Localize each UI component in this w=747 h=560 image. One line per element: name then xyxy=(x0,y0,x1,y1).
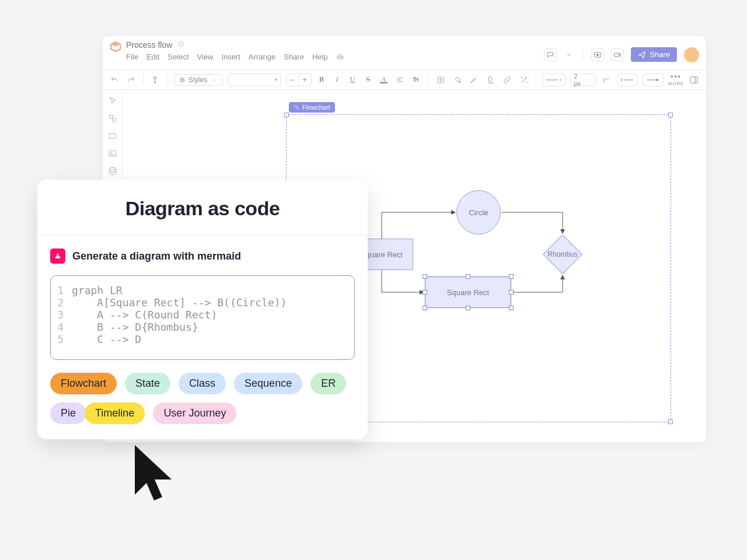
svg-marker-2 xyxy=(178,41,184,47)
link-icon[interactable] xyxy=(501,74,514,86)
document-title[interactable]: Process flow xyxy=(126,40,172,50)
search-binoculars-icon[interactable] xyxy=(336,52,344,62)
svg-point-32 xyxy=(112,118,116,122)
image-tool-icon[interactable] xyxy=(107,148,118,159)
shapes-tool-icon[interactable] xyxy=(107,113,118,124)
text-size-tt-icon[interactable]: TT xyxy=(410,74,423,86)
font-family-dropdown[interactable]: ▾ xyxy=(228,74,281,86)
svg-point-12 xyxy=(181,80,182,80)
font-size-stepper[interactable]: − + xyxy=(286,74,312,86)
menu-insert[interactable]: Insert xyxy=(221,52,240,62)
text-align-icon[interactable] xyxy=(394,74,406,86)
resize-handle-se[interactable] xyxy=(668,419,673,424)
increase-size-icon[interactable]: + xyxy=(299,74,312,86)
menu-edit[interactable]: Edit xyxy=(146,52,159,62)
format-toolbar: Styles ▾ − + B I U S A TT 2 px xyxy=(103,70,706,90)
line-width-value: 2 px xyxy=(574,73,585,87)
menu-share[interactable]: Share xyxy=(284,52,304,62)
favorite-star-icon[interactable] xyxy=(177,40,185,50)
connector-elbow-icon[interactable] xyxy=(601,74,613,86)
code-line: A --> C(Round Rect) xyxy=(72,309,217,321)
decrease-size-icon[interactable]: − xyxy=(286,74,299,86)
pill-state[interactable]: State xyxy=(125,373,170,394)
pill-timeline[interactable]: Timeline xyxy=(85,402,145,424)
underline-button[interactable]: U xyxy=(347,75,358,84)
mermaid-code-editor[interactable]: 1graph LR 2 A[Square Rect] --> B((Circle… xyxy=(50,275,355,360)
svg-text:T: T xyxy=(413,77,416,82)
resize-handle-ne[interactable] xyxy=(668,113,673,117)
pill-user-journey[interactable]: User Journey xyxy=(153,402,236,424)
bold-button[interactable]: B xyxy=(316,75,327,84)
svg-point-36 xyxy=(109,167,116,170)
node-square-rect-b[interactable]: Square Rect xyxy=(425,276,511,308)
svg-marker-6 xyxy=(597,54,599,56)
menu-help[interactable]: Help xyxy=(312,52,328,62)
comments-icon[interactable] xyxy=(544,48,557,61)
svg-rect-22 xyxy=(488,76,491,81)
pill-sequence[interactable]: Sequence xyxy=(234,373,302,394)
shape-handle[interactable] xyxy=(509,290,514,295)
shape-handle[interactable] xyxy=(423,290,427,295)
redo-icon[interactable] xyxy=(125,74,138,86)
styles-dropdown[interactable]: Styles xyxy=(174,74,223,86)
svg-rect-33 xyxy=(109,134,116,138)
more-label: MORE xyxy=(668,81,684,86)
data-tool-icon[interactable] xyxy=(107,166,118,176)
app-logo-icon[interactable] xyxy=(110,41,121,52)
arrow-start-dropdown[interactable] xyxy=(617,74,638,86)
diagram-type-pills: Flowchart State Class Sequence ER Pie x … xyxy=(50,373,355,424)
svg-text:T: T xyxy=(417,78,419,82)
shape-handle[interactable] xyxy=(423,274,427,279)
menu-select[interactable]: Select xyxy=(167,52,189,62)
pill-class[interactable]: Class xyxy=(179,373,226,394)
shape-handle[interactable] xyxy=(509,306,514,310)
fill-color-icon[interactable] xyxy=(451,74,463,86)
code-line: C --> D xyxy=(72,333,141,345)
add-shape-icon[interactable] xyxy=(435,74,447,86)
node-label: Rhombus xyxy=(547,250,577,258)
chevron-down-icon[interactable] xyxy=(564,50,574,60)
menu-file[interactable]: File xyxy=(126,52,138,62)
text-color-button[interactable]: A xyxy=(378,75,389,84)
svg-point-21 xyxy=(459,81,460,82)
menu-arrange[interactable]: Arrange xyxy=(249,52,275,62)
shape-handle[interactable] xyxy=(509,274,514,279)
border-color-icon[interactable] xyxy=(485,74,497,86)
right-panel-toggle-icon[interactable] xyxy=(687,74,700,86)
highlight-icon[interactable] xyxy=(468,74,480,86)
line-style-dropdown[interactable] xyxy=(542,74,565,86)
pointer-cursor-icon xyxy=(126,442,184,512)
arrow-end-dropdown[interactable] xyxy=(643,74,664,86)
code-line: A[Square Rect] --> B((Circle)) xyxy=(72,296,287,309)
shape-handle[interactable] xyxy=(423,306,427,310)
svg-point-9 xyxy=(180,78,184,82)
menu-view[interactable]: View xyxy=(197,52,214,62)
pill-pie[interactable]: Pie xyxy=(50,402,86,424)
node-label: Circle xyxy=(469,208,488,217)
menubar: File Edit Select View Insert Arrange Sha… xyxy=(126,52,344,62)
format-painter-icon[interactable] xyxy=(149,74,162,86)
undo-icon[interactable] xyxy=(109,74,121,86)
pill-er[interactable]: ER xyxy=(310,373,346,394)
styles-dropdown-label: Styles xyxy=(189,76,208,84)
magic-icon[interactable] xyxy=(518,74,530,86)
present-play-icon[interactable] xyxy=(591,48,604,61)
mermaid-logo-icon xyxy=(50,249,65,264)
overflow-ellipsis-icon[interactable]: ••• xyxy=(671,73,682,81)
italic-button[interactable]: I xyxy=(331,75,343,84)
dac-subtitle-row: Generate a diagram with mermaid xyxy=(37,236,368,272)
selection-type-badge[interactable]: Flowchart xyxy=(289,102,335,113)
pill-flowchart[interactable]: Flowchart xyxy=(50,373,117,394)
shape-handle[interactable] xyxy=(466,306,470,310)
node-rhombus[interactable]: Rhombus xyxy=(543,235,582,274)
frame-tool-icon[interactable] xyxy=(107,131,118,141)
user-avatar[interactable] xyxy=(684,47,699,62)
node-circle[interactable]: Circle xyxy=(456,190,501,235)
shape-handle[interactable] xyxy=(466,274,470,279)
resize-handle-nw[interactable] xyxy=(284,113,289,117)
record-video-icon[interactable] xyxy=(611,48,624,61)
share-button[interactable]: Share xyxy=(631,47,677,62)
strikethrough-button[interactable]: S xyxy=(363,75,374,84)
line-width-dropdown[interactable]: 2 px xyxy=(570,74,596,86)
cursor-tool-icon[interactable] xyxy=(107,96,118,106)
